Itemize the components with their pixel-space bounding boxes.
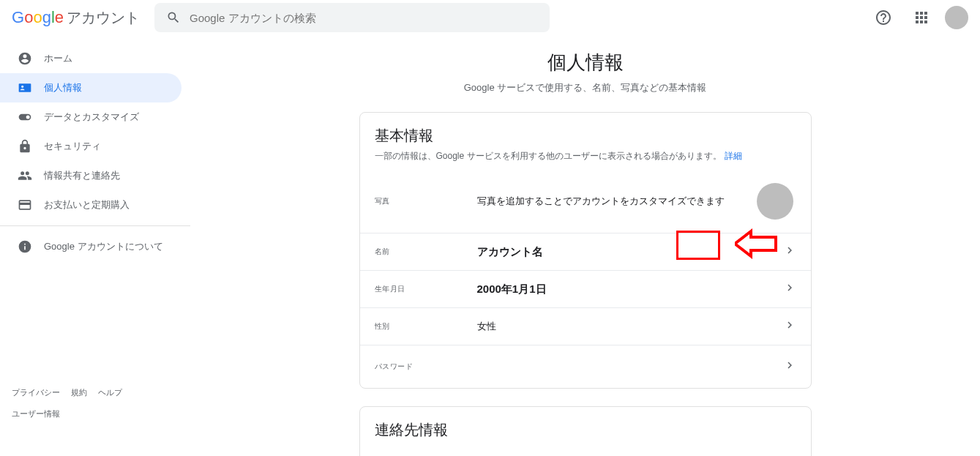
footer-help[interactable]: ヘルプ [98,388,122,397]
nav-label: ホーム [44,52,72,65]
nav-data-customize[interactable]: データとカスタマイズ [0,102,182,132]
nav-divider [0,225,190,226]
chevron-right-icon [783,359,796,375]
info-icon [18,239,32,254]
profile-photo[interactable] [757,183,793,220]
row-birthday[interactable]: 生年月日 2000年1月1日 [360,270,811,307]
nav-label: 個人情報 [44,81,82,94]
row-email[interactable]: メール [360,447,811,456]
card-icon [18,198,32,212]
nav-home[interactable]: ホーム [0,44,182,73]
apps-icon [913,9,930,26]
nav-sharing[interactable]: 情報共有と連絡先 [0,161,182,190]
row-label: パスワード [375,362,477,372]
apps-button[interactable] [907,3,936,32]
chevron-right-icon [783,281,796,297]
main-content: 個人情報 Google サービスで使用する、名前、写真などの基本情報 基本情報 … [190,35,980,456]
row-label: 名前 [375,247,477,257]
home-icon [18,51,32,66]
row-value: アカウント名 [477,245,783,259]
google-logo[interactable]: Google アカウント [12,8,140,28]
row-label: 性別 [375,321,477,332]
footer-userinfo[interactable]: ユーザー情報 [12,409,60,418]
nav-label: お支払いと定期購入 [44,198,130,212]
help-button[interactable] [869,3,898,32]
basic-info-title: 基本情報 [375,126,796,146]
row-value: 写真を追加することでアカウントをカスタマイズできます [477,195,757,208]
search-icon [166,10,181,25]
row-value: 女性 [477,320,783,333]
basic-info-card: 基本情報 一部の情報は、Google サービスを利用する他のユーザーに表示される… [359,112,812,389]
search-input[interactable] [190,12,538,24]
header-bar: Google アカウント [0,0,980,35]
nav-label: セキュリティ [44,140,101,153]
id-card-icon [18,81,32,95]
nav-personal-info[interactable]: 個人情報 [0,73,182,102]
footer-terms[interactable]: 規約 [71,388,87,397]
product-name: アカウント [67,8,140,28]
basic-info-subtitle: 一部の情報は、Google サービスを利用する他のユーザーに表示される場合があり… [375,150,796,162]
nav-label: データとカスタマイズ [44,111,139,124]
chevron-right-icon [783,244,796,260]
search-box[interactable] [154,3,550,32]
row-label: 生年月日 [375,284,477,294]
lock-icon [18,139,32,154]
people-icon [18,168,32,183]
details-link[interactable]: 詳細 [725,151,742,161]
row-value: 2000年1月1日 [477,283,783,296]
help-icon [875,9,892,26]
row-password[interactable]: パスワード [360,345,811,388]
nav-security[interactable]: セキュリティ [0,132,182,161]
toggle-icon [18,110,32,124]
page-title: 個人情報 [190,50,980,75]
contact-info-card: 連絡先情報 メール 電話 [359,406,812,456]
page-subtitle: Google サービスで使用する、名前、写真などの基本情報 [190,81,980,94]
row-name[interactable]: 名前 アカウント名 [360,233,811,270]
nav-about[interactable]: Google アカウントについて [0,232,182,261]
nav-label: Google アカウントについて [44,240,163,253]
row-label: 写真 [375,196,477,206]
sidebar: ホーム 個人情報 データとカスタマイズ セキュリティ 情報共有と連絡先 お支払い… [0,35,190,456]
row-gender[interactable]: 性別 女性 [360,307,811,345]
chevron-right-icon [783,318,796,334]
sidebar-footer: プライバシー 規約 ヘルプ ユーザー情報 [12,387,131,419]
nav-payment[interactable]: お支払いと定期購入 [0,190,182,220]
contact-info-title: 連絡先情報 [375,420,796,440]
account-avatar[interactable] [945,6,968,29]
nav-label: 情報共有と連絡先 [44,169,120,182]
footer-privacy[interactable]: プライバシー [12,388,60,397]
row-photo[interactable]: 写真 写真を追加することでアカウントをカスタマイズできます [360,170,811,233]
